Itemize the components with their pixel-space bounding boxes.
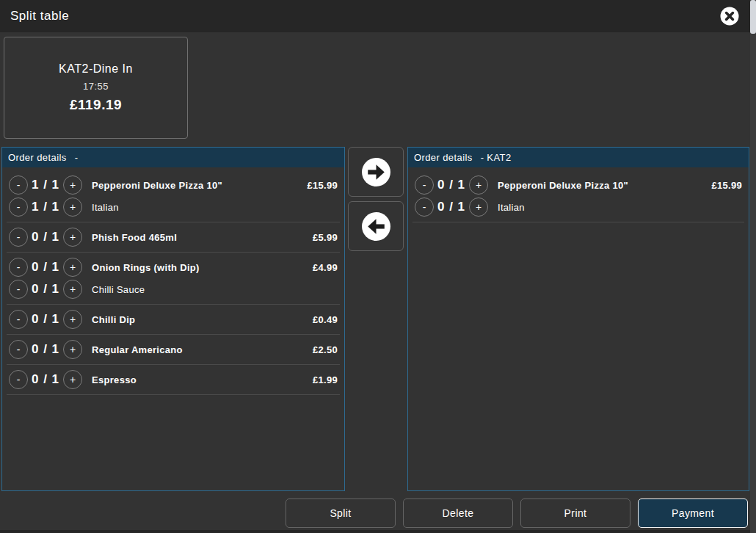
decrease-qty-button[interactable]: - [9,310,28,329]
order-item-row: -0 / 1+Regular Americano£2.50 [9,338,338,360]
table-name: KAT2-Dine In [59,62,133,76]
table-card[interactable]: KAT2-Dine In 17:55 £119.19 [4,37,188,139]
delete-button[interactable]: Delete [403,498,513,528]
bottom-strip [0,530,750,533]
qty-value: 0 / 1 [28,342,63,357]
increase-qty-button[interactable]: + [63,175,82,195]
item-name: Italian [92,202,338,213]
item-name: Espresso [92,374,313,385]
source-panel-title: Order details [8,152,67,163]
print-button[interactable]: Print [520,498,630,528]
increase-qty-button[interactable]: + [63,340,82,359]
source-panel-suffix: - [75,152,79,163]
target-panel-header: Order details - KAT2 [408,148,749,167]
qty-value: 0 / 1 [28,230,63,244]
item-name: Chilli Dip [92,314,313,325]
increase-qty-button[interactable]: + [469,175,488,195]
order-item-row: -0 / 1+Pepperoni Deluxe Pizza 10"£15.99 [415,174,742,196]
qty-value: 0 / 1 [28,312,63,327]
order-item-row: -0 / 1+Chilli Dip£0.49 [9,308,338,330]
order-modifier-row: -1 / 1+Italian [9,196,338,218]
payment-button[interactable]: Payment [638,498,748,528]
item-name: Regular Americano [92,344,313,355]
order-details-target-panel: Order details - KAT2 -0 / 1+Pepperoni De… [407,147,749,491]
item-price: £2.50 [313,344,338,355]
increase-qty-button[interactable]: + [63,370,82,389]
target-panel-suffix: - KAT2 [481,152,512,163]
item-name: Pepperoni Deluxe Pizza 10" [92,180,307,191]
item-name: Phish Food 465ml [92,232,313,243]
item-price: £0.49 [313,314,338,325]
item-price: £15.99 [711,180,742,191]
modal-title: Split table [10,9,69,23]
move-right-button[interactable] [348,147,404,197]
order-item-group: -1 / 1+Pepperoni Deluxe Pizza 10"£15.99-… [7,170,340,222]
increase-qty-button[interactable]: + [63,280,82,299]
qty-value: 0 / 1 [434,178,469,192]
source-panel-header: Order details - [2,148,344,167]
order-item-row: -1 / 1+Pepperoni Deluxe Pizza 10"£15.99 [9,174,338,196]
move-left-button[interactable] [348,201,404,251]
source-panel-rows: -1 / 1+Pepperoni Deluxe Pizza 10"£15.99-… [2,167,344,490]
scrollbar-thumb[interactable] [750,0,756,34]
item-name: Onion Rings (with Dip) [92,262,313,273]
item-name: Italian [498,202,742,213]
increase-qty-button[interactable]: + [63,197,82,217]
close-icon [720,7,739,26]
modal-titlebar: Split table [0,0,750,32]
increase-qty-button[interactable]: + [63,228,82,247]
decrease-qty-button[interactable]: - [9,228,28,247]
decrease-qty-button[interactable]: - [9,197,28,217]
increase-qty-button[interactable]: + [469,197,488,217]
table-time: 17:55 [83,81,109,92]
item-name: Pepperoni Deluxe Pizza 10" [498,180,711,191]
item-name: Chilli Sauce [92,284,338,295]
item-price: £15.99 [307,180,338,191]
qty-value: 0 / 1 [28,372,63,387]
close-button[interactable] [720,7,739,26]
order-item-row: -0 / 1+Onion Rings (with Dip)£4.99 [9,256,338,278]
increase-qty-button[interactable]: + [63,258,82,277]
qty-value: 0 / 1 [28,282,63,297]
scrollbar[interactable] [750,0,756,533]
decrease-qty-button[interactable]: - [9,370,28,389]
order-item-group: -0 / 1+Pepperoni Deluxe Pizza 10"£15.99-… [412,170,744,222]
qty-value: 1 / 1 [28,178,63,192]
decrease-qty-button[interactable]: - [9,340,28,359]
decrease-qty-button[interactable]: - [415,197,434,217]
item-price: £5.99 [313,232,338,243]
order-details-source-panel: Order details - -1 / 1+Pepperoni Deluxe … [1,147,345,491]
order-item-row: -0 / 1+Phish Food 465ml£5.99 [9,226,338,248]
arrow-left-icon [361,211,391,242]
target-panel-rows: -0 / 1+Pepperoni Deluxe Pizza 10"£15.99-… [408,167,749,490]
order-item-row: -0 / 1+Espresso£1.99 [9,369,338,391]
item-price: £1.99 [313,374,338,385]
order-item-group: -0 / 1+Onion Rings (with Dip)£4.99-0 / 1… [7,253,340,305]
item-price: £4.99 [313,262,338,273]
qty-value: 0 / 1 [434,200,469,214]
order-modifier-row: -0 / 1+Chilli Sauce [9,278,338,300]
order-item-group: -0 / 1+Phish Food 465ml£5.99 [7,222,340,253]
increase-qty-button[interactable]: + [63,310,82,329]
order-item-group: -0 / 1+Espresso£1.99 [7,365,340,395]
decrease-qty-button[interactable]: - [9,175,28,195]
order-item-group: -0 / 1+Regular Americano£2.50 [7,335,340,365]
transfer-controls [348,147,404,255]
qty-value: 1 / 1 [28,200,63,214]
order-modifier-row: -0 / 1+Italian [415,196,742,218]
split-table-modal: Split table KAT2-Dine In 17:55 £119.19 O… [0,0,756,533]
decrease-qty-button[interactable]: - [9,280,28,299]
split-button[interactable]: Split [286,498,396,528]
decrease-qty-button[interactable]: - [9,258,28,277]
qty-value: 0 / 1 [28,260,63,275]
arrow-right-icon [361,157,391,187]
target-panel-title: Order details [414,152,473,163]
decrease-qty-button[interactable]: - [415,175,434,195]
table-total: £119.19 [70,97,122,113]
order-item-group: -0 / 1+Chilli Dip£0.49 [7,305,340,335]
